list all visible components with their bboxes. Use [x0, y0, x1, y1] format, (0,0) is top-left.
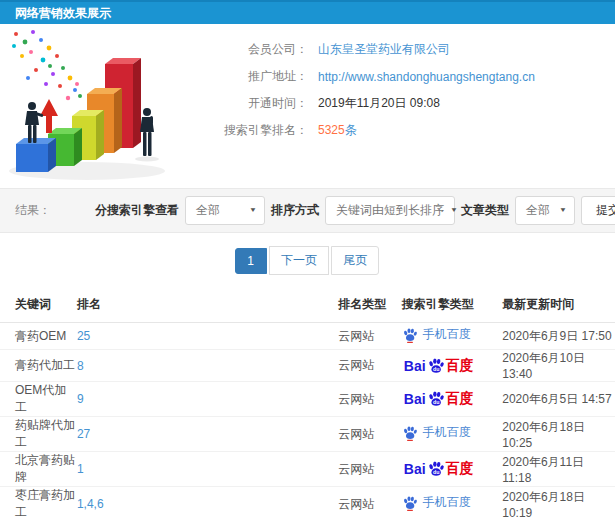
baidu-badge: Bai du 百度 — [402, 390, 474, 408]
result-label: 结果： — [15, 202, 51, 219]
header-rank-type: 排名类型 — [338, 287, 402, 323]
table-row: 北京膏药贴牌 1 云网站 Bai du 百度 202 — [0, 452, 615, 487]
updated-cell: 2020年6月5日 14:57 — [502, 382, 615, 417]
rank-link[interactable]: 27 — [77, 427, 90, 441]
baidu-logo-bai: Bai — [404, 358, 426, 374]
rank-link[interactable]: 25 — [77, 329, 90, 343]
promo-url-label: 推广地址： — [190, 68, 308, 85]
info-row-url: 推广地址： http://www.shandonghuangshengtang.… — [190, 63, 615, 90]
header-rank: 排名 — [77, 287, 338, 323]
pagination: 1 下一页 尾页 — [0, 233, 615, 287]
baidu-paw-icon — [402, 495, 418, 511]
keyword-cell: 药贴牌代加工 — [0, 417, 77, 452]
baidu-logo-du: du — [433, 399, 439, 405]
header-updated: 最新更新时间 — [502, 287, 615, 323]
page-title: 网络营销效果展示 — [0, 0, 615, 24]
header-keyword: 关键词 — [0, 287, 77, 323]
sort-filter-label: 排序方式 — [271, 202, 319, 219]
mobile-baidu-label: 手机百度 — [423, 424, 471, 441]
rank-link[interactable]: 1,4,6 — [77, 497, 104, 511]
engine-filter-value: 全部 — [196, 202, 220, 219]
table-row: 枣庄膏药加工 1,4,6 云网站 手机百度 2020年6月18日 — [0, 487, 615, 520]
promo-url-link[interactable]: http://www.shandonghuangshengtang.cn — [318, 70, 535, 84]
rank-count-suffix: 条 — [345, 123, 357, 137]
sort-filter-value: 关键词由短到长排序 — [336, 202, 444, 219]
company-name-link[interactable]: 山东皇圣堂药业有限公司 — [318, 41, 450, 58]
filter-bar: 结果： 分搜索引擎查看 全部 ▼ 排序方式 关键词由短到长排序 ▼ 文章类型 全… — [0, 188, 615, 233]
open-time-value: 2019年11月20日 09:08 — [318, 95, 440, 112]
chevron-down-icon: ▼ — [559, 207, 567, 214]
info-row-opened: 开通时间： 2019年11月20日 09:08 — [190, 90, 615, 117]
header-engine-type: 搜索引擎类型 — [402, 287, 502, 323]
keyword-cell: OEM代加工 — [0, 382, 77, 417]
rank-link[interactable]: 1 — [77, 462, 84, 476]
keyword-cell: 北京膏药贴牌 — [0, 452, 77, 487]
baidu-paw-icon: du — [427, 357, 445, 375]
sort-filter-select[interactable]: 关键词由短到长排序 ▼ — [325, 196, 455, 225]
baidu-paw-icon: du — [427, 390, 445, 408]
engine-filter-label: 分搜索引擎查看 — [95, 202, 179, 219]
baidu-logo-du: du — [433, 366, 439, 372]
submit-button[interactable]: 提交 — [581, 196, 615, 225]
chevron-down-icon: ▼ — [450, 207, 458, 214]
businessman-left — [25, 102, 44, 143]
rank-link[interactable]: 8 — [77, 359, 84, 373]
keyword-cell: 膏药代加工 — [0, 350, 77, 382]
mobile-baidu-label: 手机百度 — [423, 494, 471, 511]
keyword-cell: 枣庄膏药加工 — [0, 487, 77, 520]
mobile-baidu-badge: 手机百度 — [402, 494, 471, 511]
article-type-value: 全部 — [526, 202, 550, 219]
article-type-label: 文章类型 — [461, 202, 509, 219]
rank-type-cell: 云网站 — [338, 487, 402, 520]
table-row: 药贴牌代加工 27 云网站 手机百度 2020年6月18日 10: — [0, 417, 615, 452]
table-row: 膏药OEM 25 云网站 手机百度 2020年6月9日 17:50 — [0, 323, 615, 350]
updated-cell: 2020年6月18日 10:25 — [502, 417, 615, 452]
rank-type-cell: 云网站 — [338, 452, 402, 487]
confetti-dots — [12, 30, 82, 100]
info-row-company: 会员公司： 山东皇圣堂药业有限公司 — [190, 36, 615, 63]
mobile-baidu-badge: 手机百度 — [402, 326, 471, 343]
open-time-label: 开通时间： — [190, 95, 308, 112]
baidu-badge: Bai du 百度 — [402, 460, 474, 478]
company-info-list: 会员公司： 山东皇圣堂药业有限公司 推广地址： http://www.shand… — [190, 24, 615, 188]
baidu-logo-baidu-cn: 百度 — [446, 357, 474, 375]
company-label: 会员公司： — [190, 41, 308, 58]
baidu-logo-du: du — [433, 469, 439, 475]
updated-cell: 2020年6月11日 11:18 — [502, 452, 615, 487]
page-button-1[interactable]: 1 — [235, 248, 267, 274]
updated-cell: 2020年6月18日 10:19 — [502, 487, 615, 520]
company-info-section: 会员公司： 山东皇圣堂药业有限公司 推广地址： http://www.shand… — [0, 24, 615, 188]
baidu-paw-icon — [402, 327, 418, 343]
rank-type-cell: 云网站 — [338, 323, 402, 350]
table-header-row: 关键词 排名 排名类型 搜索引擎类型 最新更新时间 — [0, 287, 615, 323]
chevron-down-icon: ▼ — [249, 207, 257, 214]
info-row-rank-count: 搜索引擎排名： 5325条 — [190, 117, 615, 144]
table-row: 膏药代加工 8 云网站 Bai du 百度 2020 — [0, 350, 615, 382]
rank-type-cell: 云网站 — [338, 350, 402, 382]
last-page-button[interactable]: 尾页 — [331, 246, 379, 275]
keyword-cell: 膏药OEM — [0, 323, 77, 350]
filter-controls: 分搜索引擎查看 全部 ▼ 排序方式 关键词由短到长排序 ▼ 文章类型 全部 ▼ … — [95, 189, 615, 232]
rank-count-label: 搜索引擎排名： — [190, 122, 308, 139]
baidu-logo-baidu-cn: 百度 — [446, 460, 474, 478]
rank-type-cell: 云网站 — [338, 382, 402, 417]
rank-count-value: 5325条 — [318, 122, 357, 139]
baidu-paw-icon — [402, 425, 418, 441]
article-type-select[interactable]: 全部 ▼ — [515, 196, 575, 225]
keyword-rankings-table: 关键词 排名 排名类型 搜索引擎类型 最新更新时间 膏药OEM 25 云网站 — [0, 287, 615, 520]
table-row: OEM代加工 9 云网站 Bai du 百度 202 — [0, 382, 615, 417]
mobile-baidu-badge: 手机百度 — [402, 424, 471, 441]
rank-link[interactable]: 9 — [77, 392, 84, 406]
baidu-badge: Bai du 百度 — [402, 357, 474, 375]
businessman-right — [140, 108, 154, 156]
updated-cell: 2020年6月9日 17:50 — [502, 323, 615, 350]
rank-count-number: 5325 — [318, 123, 345, 137]
baidu-logo-bai: Bai — [404, 461, 426, 477]
next-page-button[interactable]: 下一页 — [269, 246, 329, 275]
growth-chart-image — [2, 26, 187, 184]
growth-chart-illustration — [0, 24, 190, 188]
baidu-logo-bai: Bai — [404, 391, 426, 407]
engine-filter-select[interactable]: 全部 ▼ — [185, 196, 265, 225]
baidu-logo-baidu-cn: 百度 — [446, 390, 474, 408]
mobile-baidu-label: 手机百度 — [423, 326, 471, 343]
